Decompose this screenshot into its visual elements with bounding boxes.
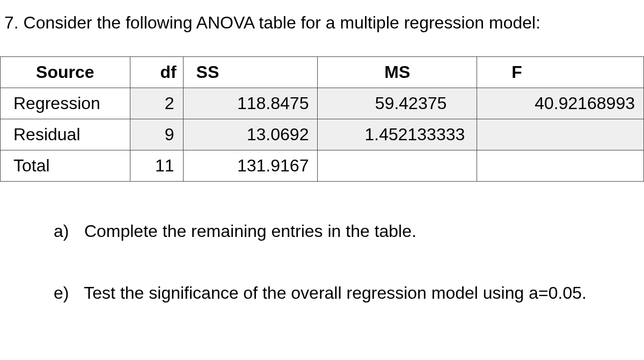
header-ss: SS xyxy=(183,56,318,88)
subitem-a: a) Complete the remaining entries in the… xyxy=(0,219,644,243)
table-row: Total 11 131.9167 xyxy=(1,150,644,181)
cell-source: Residual xyxy=(1,119,130,150)
question-prompt: 7. Consider the following ANOVA table fo… xyxy=(0,11,644,56)
cell-source: Total xyxy=(1,150,130,181)
question-number: 7. xyxy=(4,13,19,32)
anova-table: Source df SS MS F Regression 2 118.8475 … xyxy=(0,56,644,182)
question-text-body: Consider the following ANOVA table for a… xyxy=(24,13,540,32)
cell-df: 2 xyxy=(130,88,183,119)
cell-ms xyxy=(318,150,477,181)
cell-ss: 118.8475 xyxy=(183,88,318,119)
cell-f: 40.92168993 xyxy=(477,88,644,119)
header-f: F xyxy=(477,56,644,88)
cell-df: 11 xyxy=(130,150,183,181)
cell-ms: 59.42375 xyxy=(318,88,477,119)
subitem-e: e) Test the significance of the overall … xyxy=(0,281,644,305)
header-df: df xyxy=(130,56,183,88)
cell-ms: 1.452133333 xyxy=(318,119,477,150)
header-ms: MS xyxy=(318,56,477,88)
cell-ss: 131.9167 xyxy=(183,150,318,181)
table-row: Residual 9 13.0692 1.452133333 xyxy=(1,119,644,150)
subitem-a-text: Complete the remaining entries in the ta… xyxy=(84,221,416,241)
table-row: Regression 2 118.8475 59.42375 40.921689… xyxy=(1,88,644,119)
subitem-e-label: e) xyxy=(54,281,79,305)
table-header-row: Source df SS MS F xyxy=(1,56,644,88)
header-source: Source xyxy=(1,56,130,88)
cell-ss: 13.0692 xyxy=(183,119,318,150)
cell-f xyxy=(477,150,644,181)
cell-source: Regression xyxy=(1,88,130,119)
subitem-a-label: a) xyxy=(54,219,79,243)
cell-f xyxy=(477,119,644,150)
cell-df: 9 xyxy=(130,119,183,150)
subitem-e-text: Test the significance of the overall reg… xyxy=(84,283,587,303)
